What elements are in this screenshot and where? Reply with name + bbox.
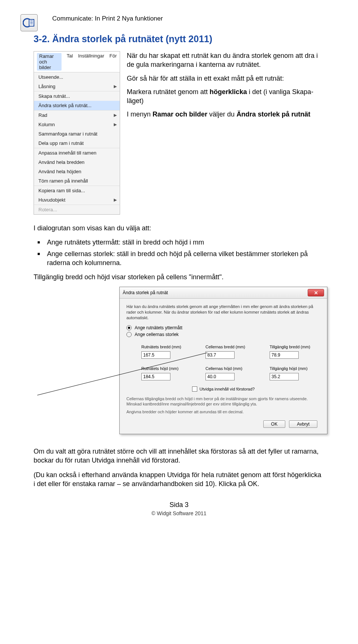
list-item: Ange cellernas storlek: ställ in bredd o… <box>47 249 324 268</box>
after-paragraph: Om du valt att göra rutnätet större och … <box>34 447 324 465</box>
field-value: 167.5 <box>141 351 170 359</box>
menu-item: Utseende... <box>34 72 120 82</box>
field-value: 40.0 <box>205 373 235 380</box>
chevron-right-icon: ▶ <box>114 113 117 118</box>
intro-paragraph: När du har skapat ett rutnät kan du ändr… <box>127 51 324 69</box>
field-label: Rutnätets bredd (mm) <box>141 345 192 349</box>
radio-icon <box>126 332 132 337</box>
menu-item: Anpassa innehåll till ramen <box>34 148 120 158</box>
dialog-title: Ändra storlek på rutnät <box>123 290 168 295</box>
cancel-button: Avbryt <box>289 420 317 428</box>
chevron-right-icon: ▶ <box>114 84 117 89</box>
intro-paragraph: Gör så här för att ställa in ett exakt m… <box>127 74 324 83</box>
intro-paragraph: I menyn Ramar och bilder väljer du Ändra… <box>127 110 324 119</box>
checkbox-icon <box>192 386 197 392</box>
list-item: Ange rutnätets yttermått: ställ in bredd… <box>47 238 324 247</box>
ok-button: OK <box>263 420 285 428</box>
menu-item: Kopiera ram till sida... <box>34 186 120 195</box>
menubar-item-tal: Tal <box>67 53 73 71</box>
intro-paragraph: Markera rutnätet genom att högerklicka i… <box>127 87 324 106</box>
dialog-intro: Här kan du ändra rutnätets storlek genom… <box>126 304 320 321</box>
field-label: Cellernas bredd (mm) <box>205 345 256 349</box>
page-number: Sida 3 <box>169 501 188 508</box>
checkbox-row: Utvidga innehåll vid förstorad? <box>126 386 320 392</box>
menu-item: Sammanfoga ramar i rutnät <box>34 129 120 139</box>
copyright: © Widgit Software 2011 <box>34 510 324 516</box>
field-label: Tillgänglig höjd (mm) <box>270 366 320 371</box>
menu-item: Låsning▶ <box>34 82 120 91</box>
menu-item: Kolumn▶ <box>34 120 120 129</box>
field-label: Cellernas höjd (mm) <box>205 366 256 371</box>
radio-icon <box>126 325 132 330</box>
doc-header: Communicate: In Print 2 Nya funktioner <box>52 15 324 22</box>
after-paragraph: (Du kan också i efterhand använda knappe… <box>34 470 324 489</box>
section-title: 3-2. Ändra storlek på rutnätet (nytt 201… <box>34 34 324 44</box>
field-value: 78.9 <box>270 351 299 359</box>
menu-item: Rad▶ <box>34 111 120 120</box>
field-label: Tillgänglig bredd (mm) <box>270 345 320 349</box>
chevron-right-icon: ▶ <box>114 197 117 202</box>
menubar-item-for: För <box>110 53 117 71</box>
menu-item: Använd hela höjden <box>34 167 120 176</box>
dialog-note: Angivna bredder och höjder kommer att av… <box>126 409 320 414</box>
body-paragraph: I dialogrutan som visas kan du välja att… <box>34 224 324 233</box>
menu-item: Använd hela bredden <box>34 158 120 167</box>
dialog-note: Cellernas tillgängliga bredd och höjd i … <box>126 396 320 407</box>
menu-item: Skapa rutnät... <box>34 91 120 101</box>
svg-rect-1 <box>29 19 34 26</box>
field-value: 83.7 <box>205 351 235 359</box>
field-value: 184.5 <box>141 373 170 380</box>
menu-item: Töm ramen på innehåll <box>34 176 120 186</box>
menu-item-highlight: Ändra storlek på rutnät... <box>34 101 120 111</box>
menu-item: Dela upp ram i rutnät <box>34 139 120 148</box>
close-icon: ✕ <box>308 289 324 296</box>
radio-option: Ange rutnätets yttermått <box>126 325 320 330</box>
context-menu-screenshot: Ramar och bilder Tal Inställningar För U… <box>34 51 120 215</box>
field-value: 35.2 <box>270 373 299 380</box>
body-paragraph: Tillgänglig bredd och höjd visar storlek… <box>34 273 324 281</box>
menubar-item-installningar: Inställningar <box>78 53 104 71</box>
menu-item-disabled: Rotera... <box>34 205 120 214</box>
chevron-right-icon: ▶ <box>114 122 117 127</box>
menu-item: Huvudobjekt▶ <box>34 195 120 205</box>
app-logo <box>21 14 38 31</box>
dialog-screenshot: Ändra storlek på rutnät ✕ Här kan du änd… <box>119 287 327 434</box>
menubar-item-ramar: Ramar och bilder <box>37 53 62 71</box>
radio-option: Ange cellernas storlek <box>126 332 320 337</box>
